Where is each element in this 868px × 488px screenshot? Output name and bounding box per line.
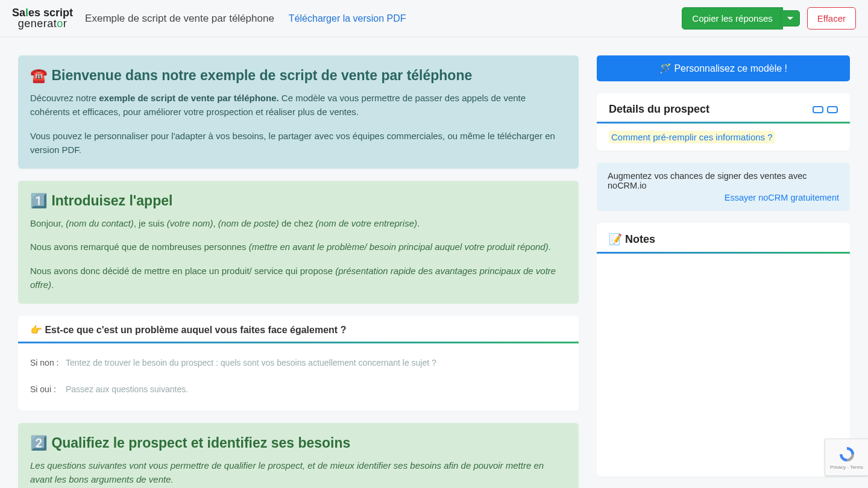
layout-pill-icon xyxy=(813,106,823,113)
notes-panel: 📝 Notes xyxy=(597,223,850,477)
welcome-card: ☎️ Bienvenue dans notre exemple de scrip… xyxy=(18,55,579,169)
recaptcha-badge[interactable]: Privacy - Terms xyxy=(825,439,868,476)
copy-responses-dropdown[interactable] xyxy=(781,10,800,27)
page-title: Exemple de script de vente par téléphone xyxy=(85,13,274,25)
answer-label: Si non : xyxy=(30,358,63,368)
welcome-paragraph: Vous pouvez le personnaliser pour l'adap… xyxy=(30,129,567,157)
question-card: 👉 Est-ce que c'est un problème auquel vo… xyxy=(18,316,579,411)
layout-toggle[interactable] xyxy=(813,106,838,113)
intro-call-card: 1️⃣ Introduisez l'appel Bonjour, (nom du… xyxy=(18,181,579,304)
copy-responses-button[interactable]: Copier les réponses xyxy=(682,7,782,30)
recaptcha-icon xyxy=(838,445,856,463)
logo-accent: o xyxy=(57,17,63,30)
answer-row: Si non : xyxy=(18,349,579,376)
answer-input-yes[interactable] xyxy=(63,380,567,399)
answer-row: Si oui : xyxy=(18,376,579,402)
notes-header: 📝 Notes xyxy=(597,223,850,254)
prospect-details-panel: Details du prospect Comment pré-remplir … xyxy=(597,93,850,151)
logo: Sales script generator xyxy=(12,8,73,28)
welcome-title: ☎️ Bienvenue dans notre exemple de scrip… xyxy=(30,67,567,84)
prospect-details-header: Details du prospect xyxy=(597,93,850,124)
chevron-down-icon xyxy=(787,17,793,20)
try-nocrm-link[interactable]: Essayer noCRM gratuitement xyxy=(608,193,839,202)
promo-banner: Augmentez vos chances de signer des vent… xyxy=(597,163,850,211)
qualify-card: 2️⃣ Qualifiez le prospect et identifiez … xyxy=(18,423,579,488)
intro-call-title: 1️⃣ Introduisez l'appel xyxy=(30,193,567,209)
notes-textarea[interactable] xyxy=(597,254,850,477)
logo-text: generat xyxy=(18,17,57,30)
layout-pill-icon xyxy=(827,106,838,113)
logo-text: r xyxy=(63,17,68,30)
promo-text: Augmentez vos chances de signer des vent… xyxy=(608,171,807,190)
intro-call-line: Bonjour, (nom du contact), je suis (votr… xyxy=(30,216,567,230)
download-pdf-link[interactable]: Télécharger la version PDF xyxy=(289,13,406,24)
answer-label: Si oui : xyxy=(30,384,63,394)
question-header: 👉 Est-ce que c'est un problème auquel vo… xyxy=(18,316,579,343)
clear-button[interactable]: Effacer xyxy=(807,7,856,30)
personalize-button[interactable]: 🪄 Personnalisez ce modèle ! xyxy=(597,55,850,81)
qualify-desc: Les questions suivantes vont vous permet… xyxy=(30,458,567,487)
prefill-info-link[interactable]: Comment pré-remplir ces informations ? xyxy=(609,131,775,143)
intro-call-line: Nous avons remarqué que de nombreuses pe… xyxy=(30,240,567,254)
welcome-paragraph: Découvrez notre exemple de script de ven… xyxy=(30,91,567,119)
answer-input-no[interactable] xyxy=(63,353,567,372)
qualify-title: 2️⃣ Qualifiez le prospect et identifiez … xyxy=(30,435,567,451)
intro-call-line: Nous avons donc décidé de mettre en plac… xyxy=(30,264,567,292)
topbar: Sales script generator Exemple de script… xyxy=(0,0,868,37)
